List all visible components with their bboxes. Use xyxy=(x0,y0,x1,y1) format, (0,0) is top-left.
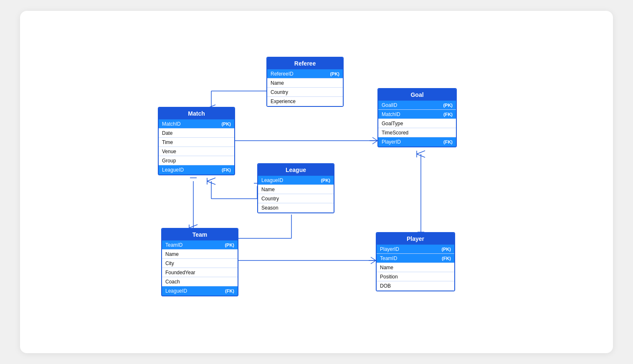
player-field-playerid: PlayerID (PK) xyxy=(377,245,454,254)
referee-field-country: Country xyxy=(267,88,343,97)
svg-line-8 xyxy=(372,137,377,141)
svg-line-37 xyxy=(417,151,425,154)
entity-goal: Goal GoalID (PK) MatchID (FK) GoalType T… xyxy=(377,88,457,147)
svg-line-9 xyxy=(372,141,377,144)
entity-match: Match MatchID (PK) Date Time Venue Group… xyxy=(158,107,235,175)
svg-line-32 xyxy=(371,260,376,264)
league-field-country: Country xyxy=(258,194,334,203)
entity-player: Player PlayerID (PK) TeamID (FK) Name Po… xyxy=(376,232,455,291)
match-field-venue: Venue xyxy=(159,147,234,156)
team-field-city: City xyxy=(162,259,238,268)
goal-field-goalid: GoalID (PK) xyxy=(378,101,456,110)
entity-team-header: Team xyxy=(162,229,238,240)
player-field-name: Name xyxy=(377,263,454,272)
entity-league: League LeagueID (PK) Name Country Season xyxy=(257,163,334,213)
player-field-dob: DOB xyxy=(377,281,454,291)
entity-team: Team TeamID (PK) Name City FoundedYear C… xyxy=(161,228,238,296)
svg-line-15 xyxy=(207,178,215,181)
er-diagram-canvas: Referee RefereeID (PK) Name Country Expe… xyxy=(20,11,613,353)
league-field-season: Season xyxy=(258,203,334,212)
player-field-teamid: TeamID (FK) xyxy=(377,254,454,263)
entity-match-header: Match xyxy=(159,108,234,119)
svg-line-20 xyxy=(189,225,197,228)
svg-line-16 xyxy=(207,181,215,185)
goal-field-playerid: PlayerID (FK) xyxy=(378,137,456,147)
entity-goal-header: Goal xyxy=(378,89,456,101)
entity-referee: Referee RefereeID (PK) Name Country Expe… xyxy=(266,57,344,107)
match-field-group: Group xyxy=(159,156,234,165)
player-field-position: Position xyxy=(377,272,454,281)
match-field-leagueid: LeagueID (FK) xyxy=(159,165,234,174)
team-field-name: Name xyxy=(162,250,238,259)
team-field-teamid: TeamID (PK) xyxy=(162,240,238,250)
team-field-foundedyear: FoundedYear xyxy=(162,268,238,277)
match-field-date: Date xyxy=(159,129,234,138)
team-field-coach: Coach xyxy=(162,277,238,286)
team-field-leagueid: LeagueID (FK) xyxy=(162,286,238,296)
league-field-name: Name xyxy=(258,185,334,194)
goal-field-matchid: MatchID (FK) xyxy=(378,110,456,119)
referee-field-name: Name xyxy=(267,78,343,88)
svg-line-38 xyxy=(417,154,425,157)
league-field-leagueid: LeagueID (PK) xyxy=(258,176,334,185)
referee-field-refereeid: RefereeID (PK) xyxy=(267,69,343,78)
entity-referee-header: Referee xyxy=(267,58,343,69)
match-field-matchid: MatchID (PK) xyxy=(159,119,234,129)
entity-league-header: League xyxy=(258,164,334,176)
goal-field-goaltype: GoalType xyxy=(378,119,456,128)
entity-player-header: Player xyxy=(377,233,454,245)
referee-field-experience: Experience xyxy=(267,97,343,106)
goal-field-timescored: TimeScored xyxy=(378,128,456,137)
match-field-time: Time xyxy=(159,138,234,147)
svg-line-31 xyxy=(371,257,376,260)
